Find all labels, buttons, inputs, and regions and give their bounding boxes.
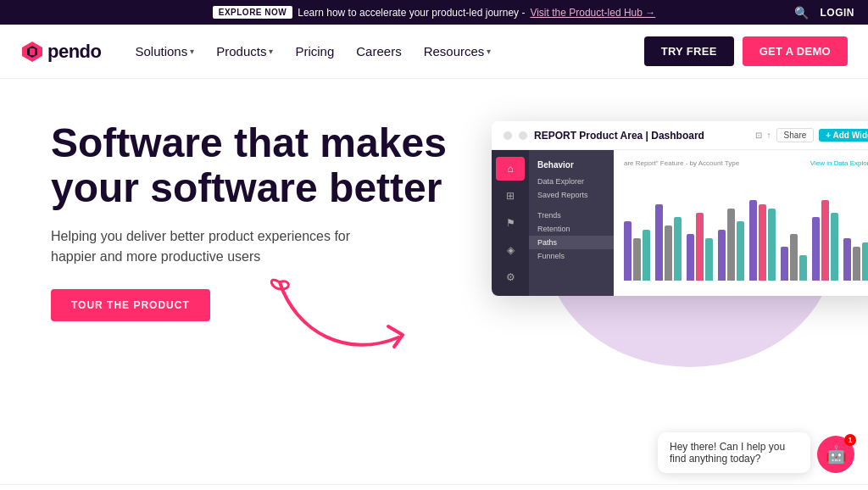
bar (781, 247, 788, 281)
screenshot-dot-2 (519, 131, 527, 140)
share-button[interactable]: Share (776, 128, 815, 142)
screenshot-header: REPORT Product Area | Dashboard ⊡ ↑ Shar… (492, 121, 868, 150)
nav-item-resources[interactable]: Resources ▾ (414, 37, 502, 65)
login-button[interactable]: LOGIN (821, 7, 855, 19)
bar (665, 226, 672, 281)
bar (687, 234, 694, 281)
sidebar-item-flag[interactable]: ⚑ (496, 211, 525, 235)
try-free-button[interactable]: TRY FREE (644, 36, 734, 66)
chevron-down-icon: ▾ (269, 47, 273, 56)
bar (643, 230, 650, 281)
nav-panel-item-retention[interactable]: Retention (529, 222, 614, 236)
logo[interactable]: pendo (20, 40, 102, 64)
logo-text: pendo (47, 41, 102, 63)
banner-right-actions: 🔍 LOGIN (794, 6, 855, 19)
svg-rect-2 (30, 48, 35, 55)
bar (768, 209, 776, 281)
chart-link[interactable]: View in Data Explorer (810, 159, 868, 167)
screenshot-actions: ⊡ ↑ Share + Add Widget (755, 128, 868, 142)
grid-icon: ⊞ (506, 190, 515, 202)
pendo-logo-icon (20, 40, 44, 64)
bar (749, 200, 757, 281)
bar-group (812, 200, 838, 281)
chat-bubble: Hey there! Can I help you find anything … (658, 432, 810, 473)
hero-arrow (263, 265, 432, 367)
nav-item-careers[interactable]: Careers (346, 37, 411, 65)
data-icon: ◈ (507, 244, 515, 256)
bar-group (749, 200, 776, 281)
nav-panel-item-funnels[interactable]: Funnels (529, 249, 614, 263)
settings-icon: ⚙ (506, 271, 515, 283)
get-demo-button[interactable]: GET A DEMO (743, 36, 848, 66)
page-wrapper: EXPLORE NOW Learn how to accelerate your… (0, 0, 868, 490)
bar (799, 255, 807, 281)
hero-section: Software that makes your software better… (0, 79, 868, 484)
bar (843, 238, 851, 281)
bar (624, 221, 632, 281)
bar (705, 238, 713, 281)
search-icon[interactable]: 🔍 (794, 6, 809, 19)
bar-group (687, 213, 713, 281)
nav-panel-item-trends[interactable]: Trends (529, 209, 614, 222)
bar (727, 209, 735, 281)
bar (674, 217, 682, 281)
sidebar-item-data[interactable]: ◈ (496, 238, 525, 262)
screenshot-chart-area: are Report" Feature - by Account Type Vi… (614, 150, 868, 296)
explore-now-badge[interactable]: EXPLORE NOW (213, 6, 293, 19)
flag-icon: ⚑ (506, 217, 515, 229)
add-widget-button[interactable]: + Add Widget (819, 129, 868, 142)
screenshot-dot-1 (504, 131, 512, 140)
bar-group (624, 221, 650, 281)
nav-panel-item-data-explorer[interactable]: Data Explorer (529, 175, 614, 188)
screenshot-sidebar: ⌂ ⊞ ⚑ ◈ ⚙ (492, 150, 529, 296)
top-banner: EXPLORE NOW Learn how to accelerate your… (0, 0, 868, 25)
chat-avatar[interactable]: 🤖 1 (817, 436, 854, 473)
tour-product-button[interactable]: TOUR THE PRODUCT (51, 289, 210, 321)
home-icon: ⌂ (507, 163, 513, 175)
sidebar-item-settings[interactable]: ⚙ (496, 265, 525, 289)
banner-text: Learn how to accelerate your product-led… (298, 7, 525, 19)
chat-widget: Hey there! Can I help you find anything … (658, 432, 854, 473)
screenshot-icon-btn-2[interactable]: ↑ (767, 131, 771, 140)
bar (655, 204, 663, 281)
bar (696, 213, 704, 281)
nav-panel-item-saved-reports[interactable]: Saved Reports (529, 188, 614, 202)
nav-panel-item-paths[interactable]: Paths (529, 236, 614, 249)
product-screenshot: REPORT Product Area | Dashboard ⊡ ↑ Shar… (492, 121, 868, 296)
chevron-down-icon: ▾ (487, 47, 491, 56)
nav-panel-label: Behavior (529, 157, 614, 175)
nav-links: Solutions ▾ Products ▾ Pricing Careers R… (125, 37, 644, 65)
chart-subtitle: are Report" Feature - by Account Type Vi… (624, 159, 868, 167)
arrow-decoration (263, 265, 432, 367)
screenshot-body: ⌂ ⊞ ⚑ ◈ ⚙ (492, 150, 868, 296)
bar (790, 234, 798, 281)
bar (853, 247, 860, 281)
banner-link[interactable]: Visit the Product-led Hub → (530, 7, 655, 19)
bar (633, 238, 641, 281)
bar (759, 204, 766, 281)
sidebar-item-home[interactable]: ⌂ (496, 157, 525, 181)
bar-group (655, 204, 682, 281)
nav-item-products[interactable]: Products ▾ (206, 37, 283, 65)
screenshot-title: REPORT Product Area | Dashboard (534, 130, 748, 142)
bar-chart (624, 174, 868, 284)
bar-group (843, 238, 868, 281)
bottom-section: The Pendo Product Adoption Platform Buil… (0, 484, 868, 490)
chevron-down-icon: ▾ (190, 47, 194, 56)
bar (862, 242, 868, 281)
nav-cta: TRY FREE GET A DEMO (644, 36, 848, 66)
bar (812, 217, 820, 281)
sidebar-item-grid[interactable]: ⊞ (496, 184, 525, 208)
bar (737, 221, 744, 281)
nav-item-solutions[interactable]: Solutions ▾ (125, 37, 205, 65)
navbar: pendo Solutions ▾ Products ▾ Pricing Car… (0, 25, 868, 79)
screenshot-icon-btn-1[interactable]: ⊡ (755, 131, 762, 140)
chat-badge: 1 (844, 434, 856, 446)
hero-right: REPORT Product Area | Dashboard ⊡ ↑ Shar… (458, 113, 817, 484)
bar-group (781, 234, 807, 281)
bar-group (718, 209, 744, 281)
hero-title: Software that makes your software better (51, 121, 458, 211)
bar (831, 213, 838, 281)
nav-item-pricing[interactable]: Pricing (285, 37, 344, 65)
screenshot-nav-panel: Behavior Data Explorer Saved Reports Tre… (529, 150, 614, 296)
